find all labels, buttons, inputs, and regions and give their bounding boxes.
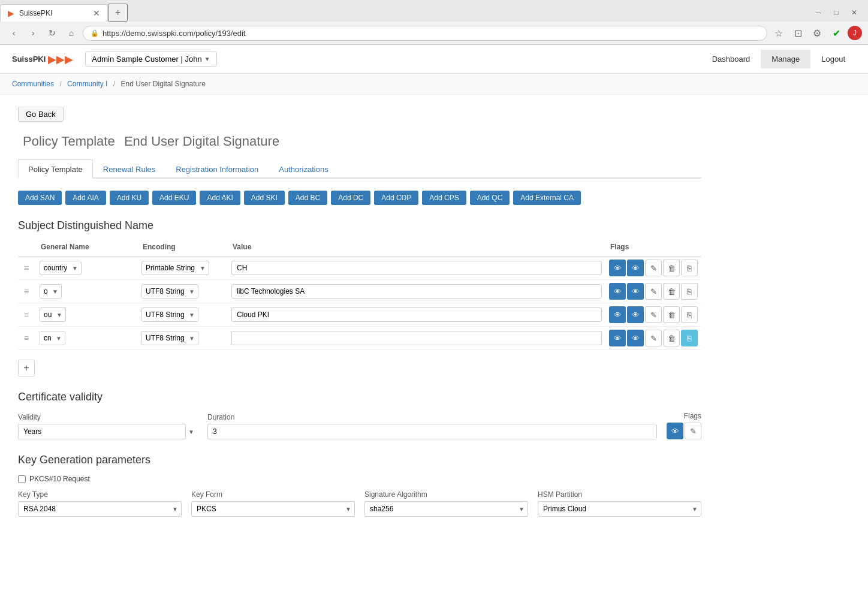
add-aki-button[interactable]: Add AKI (200, 191, 240, 205)
nav-manage[interactable]: Manage (761, 50, 810, 68)
flag-eye2-o[interactable]: 👁 (627, 283, 644, 300)
minimize-button[interactable]: ─ (810, 5, 826, 20)
settings-button[interactable]: ⚙ (809, 25, 825, 41)
flag-delete-cn[interactable]: 🗑 (663, 330, 680, 346)
validity-flag-edit[interactable]: ✎ (685, 423, 701, 439)
general-name-select-ou[interactable]: ou ▼ (40, 307, 66, 322)
encoding-select-ou[interactable]: UTF8 String ▼ (141, 307, 198, 322)
tab-policy-template[interactable]: Policy Template (18, 159, 93, 179)
encoding-dropdown-country[interactable]: Printable String (141, 261, 209, 275)
validity-select[interactable]: Years Months Days ▼ (18, 424, 198, 439)
general-name-dropdown-country[interactable]: country (40, 261, 82, 275)
add-external-ca-button[interactable]: Add External CA (513, 191, 581, 205)
close-button[interactable]: ✕ (846, 5, 862, 20)
general-name-dropdown-cn[interactable]: cn (40, 331, 65, 345)
flag-eye1-country[interactable]: 👁 (609, 260, 626, 276)
nav-dashboard[interactable]: Dashboard (701, 50, 761, 68)
flag-edit-country[interactable]: ✎ (645, 260, 662, 276)
general-name-dropdown-o[interactable]: o (40, 284, 62, 298)
breadcrumb-community[interactable]: Community I (67, 80, 107, 88)
key-type-select[interactable]: RSA 2048 ▼ (18, 501, 182, 517)
general-name-select-cn[interactable]: cn ▼ (40, 331, 65, 345)
sig-algo-dropdown[interactable]: sha256 (364, 501, 528, 517)
url-display[interactable]: https://demo.swisspki.com/policy/193/edi… (103, 29, 760, 38)
bookmark-button[interactable]: ☆ (771, 25, 786, 41)
flag-delete-o[interactable]: 🗑 (663, 283, 680, 300)
flag-eye2-ou[interactable]: 👁 (627, 306, 644, 323)
pkcs10-checkbox[interactable] (18, 475, 26, 483)
flag-edit-o[interactable]: ✎ (645, 283, 662, 300)
add-bc-button[interactable]: Add BC (288, 191, 327, 205)
encoding-select-country[interactable]: Printable String ▼ (141, 261, 209, 275)
flag-eye1-cn[interactable]: 👁 (609, 330, 626, 346)
value-input-o[interactable] (231, 284, 602, 298)
hsm-partition-select[interactable]: Primus Cloud ▼ (538, 501, 701, 517)
key-form-select[interactable]: PKCS ▼ (191, 501, 355, 517)
flag-eye1-o[interactable]: 👁 (609, 283, 626, 300)
encoding-select-o[interactable]: UTF8 String ▼ (141, 284, 198, 298)
reload-button[interactable]: ↻ (44, 25, 60, 41)
key-form-dropdown[interactable]: PKCS (191, 501, 355, 517)
general-name-select-country[interactable]: country ▼ (40, 261, 82, 275)
value-input-country[interactable] (231, 261, 602, 275)
validity-flag-eye[interactable]: 👁 (667, 423, 683, 439)
table-row: ≡ cn ▼ UTF8 String ▼ (18, 327, 701, 350)
flag-copy-ou[interactable]: ⎘ (681, 306, 698, 323)
flag-copy-country[interactable]: ⎘ (681, 260, 698, 276)
breadcrumb-communities[interactable]: Communities (12, 80, 54, 88)
flag-edit-ou[interactable]: ✎ (645, 306, 662, 323)
general-name-dropdown-ou[interactable]: ou (40, 307, 66, 322)
drag-handle-icon[interactable]: ≡ (22, 262, 31, 274)
encoding-dropdown-o[interactable]: UTF8 String (141, 284, 198, 298)
tab-authorizations[interactable]: Authorizations (269, 159, 338, 179)
tab-registration-info[interactable]: Registration Information (165, 159, 269, 179)
add-qc-button[interactable]: Add QC (470, 191, 510, 205)
add-eku-button[interactable]: Add EKU (152, 191, 196, 205)
maximize-button[interactable]: □ (828, 5, 844, 20)
flag-eye1-ou[interactable]: 👁 (609, 306, 626, 323)
drag-handle-icon[interactable]: ≡ (22, 309, 31, 321)
add-dc-button[interactable]: Add DC (331, 191, 370, 205)
add-ku-button[interactable]: Add KU (110, 191, 149, 205)
duration-input[interactable] (207, 424, 657, 439)
key-type-dropdown[interactable]: RSA 2048 (18, 501, 182, 517)
flag-delete-country[interactable]: 🗑 (663, 260, 680, 276)
add-dn-row-button[interactable]: + (18, 360, 35, 376)
flag-eye2-country[interactable]: 👁 (627, 260, 644, 276)
flag-eye2-cn[interactable]: 👁 (627, 330, 644, 346)
home-button[interactable]: ⌂ (64, 25, 79, 41)
extensions-button[interactable]: ⊡ (790, 25, 806, 41)
encoding-dropdown-cn[interactable]: UTF8 String (141, 331, 198, 345)
drag-handle-icon[interactable]: ≡ (22, 332, 31, 344)
profile-button[interactable]: J (848, 26, 862, 40)
general-name-select-o[interactable]: o ▼ (40, 284, 62, 298)
add-aia-button[interactable]: Add AIA (65, 191, 106, 205)
flag-delete-ou[interactable]: 🗑 (663, 306, 680, 323)
add-ski-button[interactable]: Add SKI (244, 191, 285, 205)
add-cps-button[interactable]: Add CPS (422, 191, 466, 205)
user-dropdown-button[interactable]: Admin Sample Customer | John ▼ (85, 52, 216, 67)
validity-dropdown[interactable]: Years Months Days (18, 424, 186, 439)
encoding-dropdown-ou[interactable]: UTF8 String (141, 307, 198, 322)
add-cdp-button[interactable]: Add CDP (374, 191, 418, 205)
new-tab-button[interactable]: + (108, 4, 128, 22)
sig-algo-select[interactable]: sha256 ▼ (364, 501, 528, 517)
tab-close-icon[interactable]: ✕ (93, 8, 100, 18)
go-back-button[interactable]: Go Back (18, 107, 64, 122)
validity-label: Validity (18, 413, 198, 421)
hsm-partition-dropdown[interactable]: Primus Cloud (538, 501, 701, 517)
flag-copy-o[interactable]: ⎘ (681, 283, 698, 300)
flag-copy-cn[interactable]: ⎘ (681, 330, 698, 346)
encoding-select-cn[interactable]: UTF8 String ▼ (141, 331, 198, 345)
browser-tab[interactable]: ▶ SuissePKI ✕ (0, 4, 108, 22)
value-input-ou[interactable] (231, 307, 602, 322)
add-san-button[interactable]: Add SAN (18, 191, 62, 205)
drag-handle-icon[interactable]: ≡ (22, 285, 31, 297)
back-button[interactable]: ‹ (6, 25, 22, 41)
nav-logout[interactable]: Logout (810, 50, 856, 68)
flag-edit-cn[interactable]: ✎ (645, 330, 662, 346)
tab-renewal-rules[interactable]: Renewal Rules (93, 159, 165, 179)
verisgn-icon[interactable]: ✔ (828, 25, 844, 41)
value-input-cn[interactable] (231, 331, 602, 345)
forward-button[interactable]: › (25, 25, 41, 41)
